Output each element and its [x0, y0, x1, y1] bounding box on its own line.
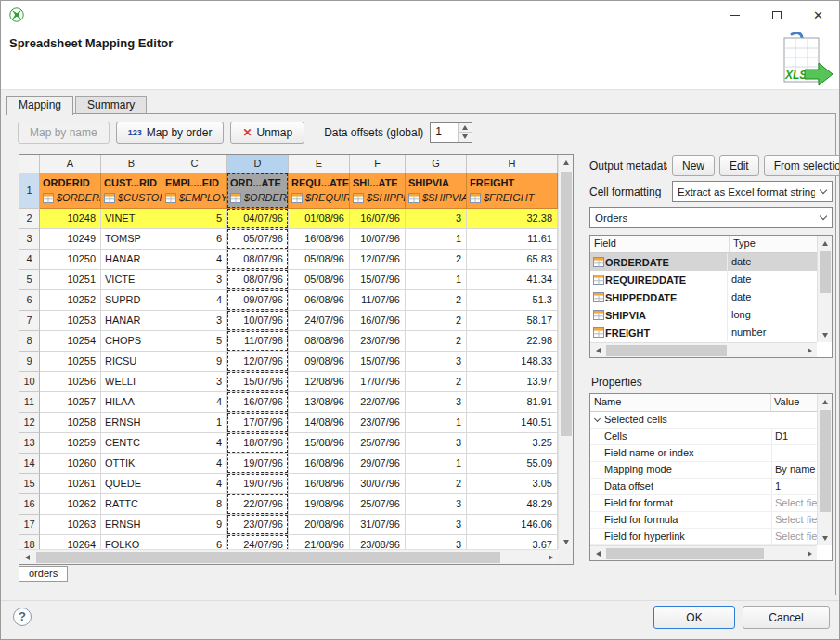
grid-row-header[interactable]: 5: [19, 270, 40, 290]
grid-cell[interactable]: 32.38: [467, 209, 558, 229]
grid-cell[interactable]: 08/08/96: [289, 331, 350, 352]
grid-row-header[interactable]: 6: [19, 290, 40, 311]
grid-cell[interactable]: 1: [406, 413, 467, 433]
grid-column-header-g[interactable]: G: [406, 155, 467, 173]
grid-cell[interactable]: 22.98: [467, 331, 558, 352]
grid-cell[interactable]: 17/07/96: [350, 372, 406, 392]
grid-cell[interactable]: RICSU: [101, 352, 162, 372]
grid-row-header[interactable]: 9: [19, 352, 40, 372]
grid-row-header[interactable]: 7: [19, 311, 40, 331]
grid-cell[interactable]: 10/07/96: [227, 311, 289, 331]
grid-cell[interactable]: 15/07/96: [350, 270, 406, 290]
grid-column-header-c[interactable]: C: [162, 155, 227, 173]
cancel-button[interactable]: Cancel: [743, 606, 830, 629]
grid-cell[interactable]: VINET: [101, 209, 162, 229]
grid-cell[interactable]: WELLI: [101, 372, 162, 392]
field-table-horizontal-scrollbar[interactable]: [590, 342, 817, 357]
grid-cell[interactable]: 2: [406, 311, 467, 331]
grid-cell[interactable]: 148.33: [467, 352, 558, 372]
grid-row-header[interactable]: 10: [19, 372, 40, 392]
grid-cell[interactable]: 6: [162, 535, 227, 549]
grid-cell[interactable]: 10250: [40, 250, 101, 270]
grid-cell[interactable]: 1: [406, 454, 467, 474]
grid-cell[interactable]: 65.83: [467, 250, 558, 270]
property-row[interactable]: Field for hyperlinkSelect field: [590, 529, 817, 545]
grid-row-header[interactable]: 13: [19, 433, 40, 454]
grid-cell[interactable]: 22/07/96: [350, 392, 406, 413]
grid-cell[interactable]: HILAA: [101, 392, 162, 413]
close-button[interactable]: ✕: [797, 1, 839, 29]
grid-cell[interactable]: 4: [162, 474, 227, 494]
vertical-scrollbar-thumb[interactable]: [820, 410, 831, 512]
grid-cell[interactable]: 22/07/96: [227, 494, 289, 515]
grid-cell[interactable]: 3.67: [467, 535, 558, 549]
scroll-down-button[interactable]: [818, 531, 833, 545]
spinner-down-button[interactable]: [459, 133, 472, 142]
grid-cell[interactable]: 12/07/96: [350, 250, 406, 270]
grid-cell[interactable]: 10264: [40, 535, 101, 549]
grid-cell[interactable]: 15/07/96: [350, 352, 406, 372]
grid-cell[interactable]: 29/07/96: [350, 454, 406, 474]
grid-cell[interactable]: 23/07/96: [350, 413, 406, 433]
grid-cell[interactable]: 140.51: [467, 413, 558, 433]
tab-summary[interactable]: Summary: [75, 96, 147, 113]
grid-row-header[interactable]: 16: [19, 494, 40, 515]
grid-cell[interactable]: 10263: [40, 515, 101, 535]
grid-cell[interactable]: HANAR: [101, 250, 162, 270]
grid-cell[interactable]: 16/08/96: [289, 474, 350, 494]
type-column-header[interactable]: Type: [730, 236, 817, 252]
grid-cell[interactable]: QUEDE: [101, 474, 162, 494]
grid-cell[interactable]: 16/08/96: [289, 229, 350, 250]
grid-cell[interactable]: 2: [406, 372, 467, 392]
grid-cell[interactable]: 16/08/96: [289, 454, 350, 474]
name-column-header[interactable]: Name: [590, 394, 771, 411]
grid-cell[interactable]: 16/07/96: [350, 209, 406, 229]
grid-cell[interactable]: 15/08/96: [289, 433, 350, 454]
grid-cell[interactable]: FOLKO: [101, 535, 162, 549]
scroll-right-button[interactable]: [543, 550, 558, 565]
grid-cell[interactable]: 10257: [40, 392, 101, 413]
grid-cell[interactable]: 08/07/96: [227, 270, 289, 290]
field-row[interactable]: SHIPVIAlong: [590, 306, 817, 324]
property-row[interactable]: CellsD1: [590, 429, 817, 445]
mapped-header-cell[interactable]: REQU...ATE$REQUIREDDATE: [289, 173, 350, 209]
grid-cell[interactable]: 06/08/96: [289, 290, 350, 311]
grid-row-header[interactable]: 17: [19, 515, 40, 535]
properties-horizontal-scrollbar[interactable]: [590, 545, 817, 560]
grid-row-header[interactable]: 12: [19, 413, 40, 433]
scroll-down-button[interactable]: [818, 327, 833, 342]
tab-mapping[interactable]: Mapping: [6, 96, 73, 115]
grid-cell[interactable]: 24/07/96: [289, 311, 350, 331]
grid-cell[interactable]: 15/07/96: [227, 372, 289, 392]
mapped-header-cell[interactable]: ORD...ATE$ORDERDATE: [227, 173, 289, 209]
grid-cell[interactable]: 3: [406, 352, 467, 372]
grid-cell[interactable]: 05/07/96: [227, 229, 289, 250]
grid-vertical-scrollbar[interactable]: [558, 155, 573, 549]
scroll-down-button[interactable]: [559, 534, 574, 549]
grid-row-header[interactable]: 14: [19, 454, 40, 474]
grid-cell[interactable]: 2: [406, 290, 467, 311]
cell-formatting-select[interactable]: Extract as Excel format string: [672, 181, 833, 202]
grid-cell[interactable]: 11/07/96: [350, 290, 406, 311]
grid-cell[interactable]: 81.91: [467, 392, 558, 413]
grid-cell[interactable]: 30/07/96: [350, 474, 406, 494]
grid-cell[interactable]: 10255: [40, 352, 101, 372]
grid-cell[interactable]: 1: [406, 270, 467, 290]
grid-cell[interactable]: 3: [406, 535, 467, 549]
map-by-name-button[interactable]: Map by name: [18, 122, 110, 144]
mapped-header-cell[interactable]: EMPL...EID$EMPLOYEEID: [162, 173, 227, 209]
grid-cell[interactable]: 16/07/96: [227, 392, 289, 413]
scroll-left-button[interactable]: [19, 550, 34, 565]
mapped-header-cell[interactable]: FREIGHT$FREIGHT: [467, 173, 558, 209]
grid-cell[interactable]: 09/07/96: [227, 290, 289, 311]
scroll-up-button[interactable]: [818, 394, 833, 409]
field-row[interactable]: SHIPPEDDATEdate: [590, 288, 817, 306]
scroll-left-button[interactable]: [590, 546, 605, 561]
grid-column-header-d[interactable]: D: [227, 155, 289, 173]
data-offsets-value[interactable]: 1: [431, 123, 458, 142]
grid-cell[interactable]: 24/07/96: [227, 535, 289, 549]
grid-cell[interactable]: 3: [406, 392, 467, 413]
map-by-order-button[interactable]: 123 Map by order: [116, 122, 225, 144]
titlebar[interactable]: ✕: [1, 1, 839, 29]
grid-horizontal-scrollbar[interactable]: [19, 549, 558, 564]
